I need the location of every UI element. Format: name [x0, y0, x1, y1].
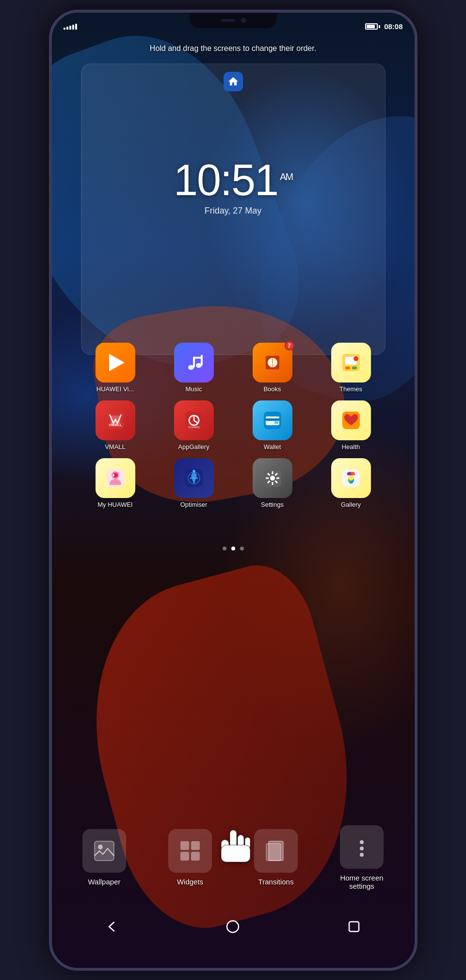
nav-home-button[interactable] — [218, 912, 247, 941]
home-screen-settings-option-label: Home screen settings — [340, 874, 383, 890]
home-screen-settings-option-icon — [340, 825, 384, 869]
wallet-icon-svg — [262, 410, 283, 431]
transitions-option[interactable]: Transitions — [254, 829, 298, 886]
svg-rect-3 — [201, 355, 203, 365]
cursor-hand-icon — [216, 828, 250, 866]
svg-point-33 — [349, 476, 354, 481]
dot-3 — [240, 547, 244, 550]
app-myhuawei[interactable]: My HUAWEI — [86, 458, 145, 508]
app-vmall[interactable]: VMALL VMALL — [86, 400, 145, 450]
dot-1 — [223, 547, 226, 550]
app-label-gallery: Gallery — [341, 501, 361, 508]
app-label-themes: Themes — [339, 385, 362, 393]
app-appgallery[interactable]: HUAWEI AppGallery — [165, 400, 223, 450]
widgets-option[interactable]: Widgets — [168, 829, 212, 886]
app-label-optimiser: Optimiser — [180, 501, 208, 508]
svg-point-42 — [360, 840, 364, 844]
svg-rect-36 — [180, 841, 189, 850]
app-label-myhuawei: My HUAWEI — [97, 501, 132, 508]
notch-sensor — [221, 19, 235, 22]
back-icon — [105, 920, 119, 933]
clock-time: 10:51AM — [52, 158, 415, 202]
svg-rect-37 — [191, 841, 200, 850]
books-badge: 7 — [285, 341, 294, 350]
battery-icon — [365, 23, 380, 30]
app-huawei-video[interactable]: HUAWEI Vi... — [86, 343, 145, 393]
app-label-settings: Settings — [261, 501, 284, 508]
settings-icon-svg — [262, 467, 283, 489]
vmall-icon-svg: VMALL — [105, 410, 126, 431]
svg-rect-41 — [266, 844, 281, 861]
svg-point-31 — [270, 476, 275, 481]
app-icon-health — [331, 400, 371, 440]
app-icon-appgallery: HUAWEI — [174, 400, 214, 440]
home-nav-icon — [226, 920, 240, 933]
app-optimiser[interactable]: Optimiser — [165, 458, 223, 508]
svg-rect-19 — [266, 418, 279, 421]
app-label-appgallery: AppGallery — [178, 443, 209, 450]
home-screen-settings-option[interactable]: Home screen settings — [340, 825, 384, 890]
signal-icon — [64, 24, 77, 30]
recent-icon — [347, 920, 361, 933]
svg-point-10 — [354, 356, 358, 361]
app-icon-wallet — [253, 400, 292, 440]
app-health[interactable]: Health — [322, 400, 380, 450]
svg-rect-9 — [352, 366, 357, 369]
svg-rect-39 — [191, 852, 200, 861]
dot-2-active — [231, 547, 235, 550]
app-themes[interactable]: Themes — [322, 343, 380, 393]
svg-rect-49 — [221, 845, 250, 862]
books-icon-svg — [262, 352, 283, 373]
svg-point-44 — [360, 853, 364, 857]
health-icon-svg — [340, 410, 362, 431]
app-row-3: My HUAWEI Optim — [76, 458, 390, 508]
app-wallet[interactable]: Wallet — [243, 400, 302, 450]
phone-frame: 08:08 Hold and drag the screens to chang… — [49, 10, 418, 971]
house-icon — [227, 76, 239, 87]
svg-rect-45 — [230, 830, 237, 847]
nav-back-button[interactable] — [97, 912, 127, 941]
transitions-icon — [264, 839, 288, 863]
wallpaper-option-label: Wallpaper — [88, 878, 121, 886]
app-icon-settings — [253, 458, 292, 498]
app-settings[interactable]: Settings — [243, 458, 302, 508]
wallpaper-icon — [92, 839, 116, 863]
svg-point-50 — [227, 921, 239, 932]
svg-point-26 — [112, 474, 114, 476]
status-right: 08:08 — [365, 22, 402, 31]
svg-rect-51 — [349, 922, 359, 931]
wallpaper-option[interactable]: Wallpaper — [82, 829, 126, 886]
app-books[interactable]: 7 Books — [243, 343, 302, 393]
svg-text:HUAWEI: HUAWEI — [188, 426, 200, 429]
svg-point-43 — [360, 847, 364, 850]
phone-notch — [190, 13, 277, 28]
clock-date: Friday, 27 May — [52, 206, 415, 216]
app-icon-vmall: VMALL — [96, 400, 135, 440]
hand-cursor — [216, 828, 250, 873]
svg-point-29 — [193, 470, 195, 473]
svg-point-35 — [98, 845, 103, 849]
svg-text:VMALL: VMALL — [109, 423, 122, 427]
app-label-books: Books — [263, 385, 281, 393]
svg-rect-21 — [274, 421, 278, 424]
themes-icon-svg — [340, 352, 362, 373]
front-camera — [241, 18, 246, 23]
gallery-icon-svg — [340, 467, 362, 489]
app-gallery[interactable]: Gallery — [322, 458, 380, 508]
app-label-music: Music — [186, 385, 202, 393]
svg-rect-20 — [266, 416, 279, 418]
app-grid: HUAWEI Vi... Music — [76, 343, 390, 516]
widgets-option-icon — [168, 829, 212, 873]
app-label-health: Health — [342, 443, 360, 450]
svg-rect-38 — [180, 852, 189, 861]
nav-recent-button[interactable] — [339, 912, 369, 941]
app-icon-optimiser — [174, 458, 214, 498]
optimiser-icon-svg — [183, 467, 205, 489]
app-music[interactable]: Music — [165, 343, 223, 393]
home-settings-icon — [350, 835, 374, 859]
page-indicators — [52, 547, 415, 550]
widgets-option-label: Widgets — [177, 878, 203, 886]
app-row-2: VMALL VMALL HUAWEI — [76, 400, 390, 450]
svg-rect-34 — [95, 841, 114, 861]
navigation-bar — [52, 895, 415, 968]
